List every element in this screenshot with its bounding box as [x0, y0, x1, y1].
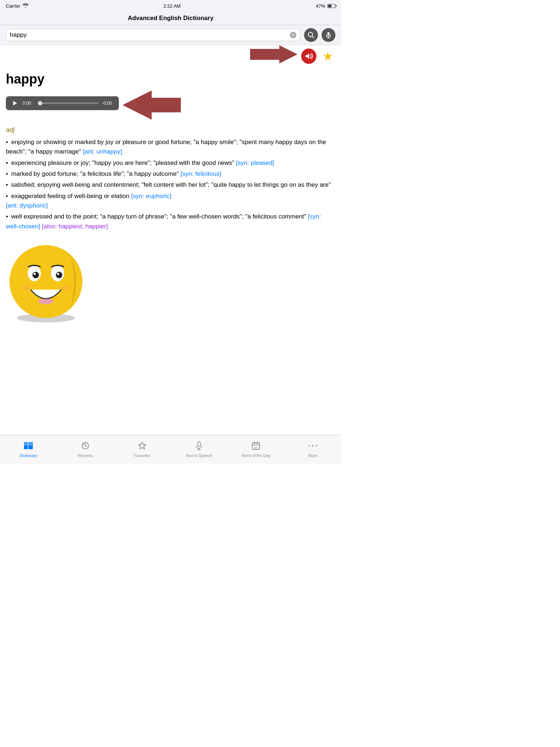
more-icon [308, 441, 317, 452]
action-row: ★ [0, 45, 341, 67]
dictionary-icon [24, 441, 33, 452]
svg-marker-7 [13, 101, 17, 105]
audio-player[interactable]: 0:00 -0:00 [6, 96, 119, 110]
time-label: 2:22 AM [163, 3, 181, 9]
smiley-container [6, 239, 335, 328]
definitions: enjoying or showing or marked by joy or … [6, 138, 335, 231]
svg-point-16 [57, 273, 59, 275]
nav-bar: Advanced English Dictionary [0, 12, 341, 25]
mic-icon [325, 32, 332, 38]
svg-line-1 [312, 36, 314, 38]
syn-5: [syn: euphoric] [131, 193, 172, 200]
arrow-left-annotation [122, 90, 181, 121]
play-button[interactable] [11, 99, 19, 107]
ant-5: [ant: dysphoric] [6, 202, 48, 209]
search-input[interactable] [10, 31, 288, 39]
favorites-icon [138, 441, 147, 452]
dict-content: happy 0:00 -0:00 adj enjoying or show [0, 67, 341, 332]
also-6: [also: happiest, happier] [42, 223, 108, 230]
svg-rect-2 [327, 32, 330, 36]
speaker-icon [304, 52, 313, 61]
battery-icon [327, 4, 335, 8]
word-pos: adj [6, 126, 335, 134]
definition-4: satisfied; enjoying well-being and conte… [6, 180, 335, 190]
word-title: happy [6, 71, 335, 87]
favorite-button[interactable]: ★ [320, 49, 335, 64]
tts-icon [195, 441, 203, 452]
svg-marker-27 [139, 442, 146, 449]
svg-rect-25 [29, 445, 32, 445]
svg-point-12 [32, 272, 39, 278]
recents-icon [81, 441, 90, 452]
tab-tts[interactable]: Text to Speech [171, 441, 228, 458]
definition-5: exaggerated feeling of well-being or ela… [6, 191, 335, 211]
definition-6: well expressed and to the point; "a happ… [6, 212, 335, 231]
end-time: -0:00 [102, 101, 114, 106]
tab-tts-label: Text to Speech [186, 453, 213, 458]
svg-rect-28 [198, 442, 200, 446]
wifi-icon [23, 3, 28, 9]
sound-button[interactable] [301, 49, 316, 64]
status-left: Carrier [6, 3, 28, 9]
tab-more[interactable]: More [284, 441, 341, 458]
star-icon: ★ [322, 49, 333, 63]
svg-point-38 [316, 445, 317, 446]
arrow-right-annotation [250, 45, 298, 63]
svg-point-13 [34, 273, 36, 275]
syn-2: [syn: pleased] [236, 159, 274, 166]
definition-3: marked by good fortune; "a felicitous li… [6, 169, 335, 179]
search-input-wrapper[interactable]: ✕ [6, 29, 300, 41]
audio-player-row: 0:00 -0:00 [6, 90, 335, 121]
search-button[interactable] [304, 28, 318, 42]
definition-1: enjoying or showing or marked by joy or … [6, 138, 335, 157]
svg-point-15 [56, 272, 62, 278]
svg-point-17 [39, 298, 53, 304]
search-bar: ✕ [0, 25, 341, 45]
carrier-label: Carrier [6, 3, 20, 9]
svg-rect-23 [24, 445, 28, 445]
svg-point-19 [62, 285, 70, 290]
svg-rect-22 [24, 443, 28, 444]
svg-marker-8 [122, 90, 181, 120]
tab-dictionary[interactable]: Dictionary [0, 441, 57, 458]
svg-marker-6 [306, 53, 309, 59]
tab-favorites-label: Favorites [134, 453, 150, 458]
svg-point-37 [312, 445, 314, 446]
progress-bar[interactable] [38, 102, 98, 104]
ant-1: [ant: unhappy] [83, 148, 122, 155]
play-icon [12, 101, 18, 106]
clear-button[interactable]: ✕ [290, 32, 296, 38]
battery-percentage: 47% [316, 3, 325, 9]
svg-rect-24 [29, 443, 32, 444]
tab-favorites[interactable]: Favorites [114, 441, 171, 458]
smiley-face [6, 242, 86, 322]
wotd-icon: 27 [252, 441, 260, 452]
tab-recents-label: Recents [78, 453, 93, 458]
tab-wotd-label: Word of the Day [241, 453, 270, 458]
search-icon [308, 32, 314, 38]
tab-bar: Dictionary Recents Favorites [0, 435, 341, 464]
current-time: 0:00 [23, 101, 34, 106]
svg-point-18 [22, 285, 30, 290]
tab-dictionary-label: Dictionary [20, 453, 38, 458]
mic-button[interactable] [322, 28, 335, 42]
tab-more-label: More [308, 453, 317, 458]
status-bar: Carrier 2:22 AM 47% [0, 0, 341, 12]
nav-title: Advanced English Dictionary [128, 15, 213, 22]
tab-wotd[interactable]: 27 Word of the Day [228, 441, 284, 458]
syn-3: [syn: felicitous] [180, 170, 221, 177]
svg-text:27: 27 [254, 446, 258, 449]
svg-point-36 [308, 445, 310, 446]
svg-point-10 [9, 245, 82, 318]
progress-thumb [38, 101, 42, 105]
svg-marker-5 [250, 45, 298, 63]
status-right: 47% [316, 3, 335, 9]
definition-2: experiencing pleasure or joy; "happy you… [6, 158, 335, 168]
tab-recents[interactable]: Recents [57, 441, 114, 458]
